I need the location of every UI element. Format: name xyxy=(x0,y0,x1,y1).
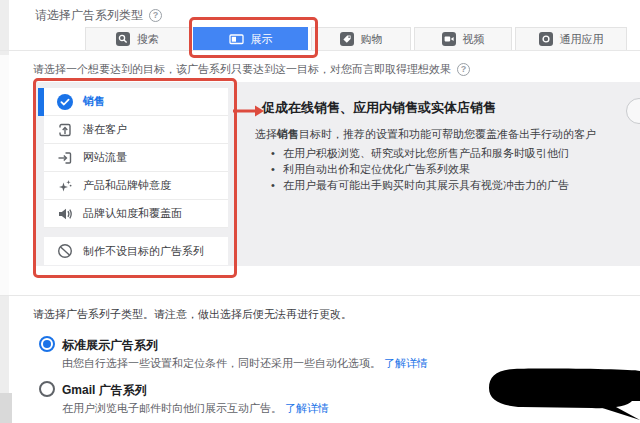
option-standard-display-label[interactable]: 标准展示广告系列 xyxy=(62,337,158,354)
awareness-icon xyxy=(57,206,73,222)
goal-detail-description: 选择销售目标时，推荐的设置和功能可帮助您覆盖准备出手行动的客户 xyxy=(255,127,615,142)
leads-icon xyxy=(57,122,73,138)
option-gmail-desc: 在用户浏览电子邮件时向他们展示互动广告。 了解详情 xyxy=(62,401,329,416)
goal-item-label: 销售 xyxy=(83,94,105,109)
goal-item-consideration[interactable]: 产品和品牌钟意度 xyxy=(44,172,228,200)
radio-unchecked-icon[interactable] xyxy=(39,381,55,397)
goal-item-awareness[interactable]: 品牌认知度和覆盖面 xyxy=(44,200,228,228)
section-divider xyxy=(0,295,640,296)
goal-item-sales[interactable]: 销售 xyxy=(44,88,228,116)
radio-checked-icon[interactable] xyxy=(39,336,55,352)
option-gmail-label[interactable]: Gmail 广告系列 xyxy=(62,382,147,399)
page-title-text: 请选择广告系列类型 xyxy=(35,7,143,24)
tab-label: 通用应用 xyxy=(560,32,604,47)
option-desc-text: 由您自行选择一些设置和定位条件，同时还采用一些自动化选项。 xyxy=(62,357,381,369)
tab-universal-app[interactable]: 通用应用 xyxy=(515,27,627,51)
tab-video[interactable]: 视频 xyxy=(414,27,512,51)
tab-label: 购物 xyxy=(361,32,383,47)
annotation-arrow xyxy=(233,104,265,118)
goal-item-label: 产品和品牌钟意度 xyxy=(83,178,171,193)
option-desc-text: 在用户浏览电子邮件时向他们展示互动广告。 xyxy=(62,402,282,414)
website-traffic-icon xyxy=(57,150,73,166)
detail-desc-bold: 销售 xyxy=(277,128,299,140)
page-left-edge-mid xyxy=(0,55,9,295)
campaign-type-tabs: 搜索 展示 购物 视频 通用应用 xyxy=(85,27,627,51)
page-title: 请选择广告系列类型 xyxy=(35,7,162,24)
goal-instruction: 请选择一个想要达到的目标，该广告系列只要达到这一目标，对您而言即取得理想效果 xyxy=(33,62,470,77)
tab-label: 展示 xyxy=(251,32,273,47)
tab-label: 视频 xyxy=(463,32,485,47)
subtype-instruction: 请选择广告系列子类型。请注意，做出选择后便无法再进行更改。 xyxy=(33,307,352,322)
goal-list-gap xyxy=(44,228,228,237)
goal-item-label: 制作不设目标的广告系列 xyxy=(83,244,204,259)
help-icon[interactable] xyxy=(149,9,162,22)
no-goal-icon xyxy=(57,243,73,259)
selected-indicator-bar xyxy=(38,88,44,116)
bullet-item: 利用自动出价和定位优化广告系列效果 xyxy=(283,162,613,177)
learn-more-link[interactable]: 了解详情 xyxy=(384,357,428,369)
goal-instruction-text: 请选择一个想要达到的目标，该广告系列只要达到这一目标，对您而言即取得理想效果 xyxy=(33,62,451,77)
check-circle-icon xyxy=(57,94,73,110)
redaction-scribble xyxy=(480,362,640,423)
bullet-item: 在用户最有可能出手购买时向其展示具有视觉冲击力的广告 xyxy=(283,178,613,193)
goal-detail-title: 促成在线销售、应用内销售或实体店销售 xyxy=(262,99,602,117)
detail-desc-suffix: 目标时，推荐的设置和功能可帮助您覆盖准备出手行动的客户 xyxy=(299,128,596,140)
consideration-icon xyxy=(57,178,73,194)
search-icon xyxy=(116,32,130,46)
detail-desc-prefix: 选择 xyxy=(255,128,277,140)
option-standard-display-desc: 由您自行选择一些设置和定位条件，同时还采用一些自动化选项。 了解详情 xyxy=(62,356,428,371)
goal-item-website-traffic[interactable]: 网站流量 xyxy=(44,144,228,172)
tab-display[interactable]: 展示 xyxy=(193,27,308,51)
goal-list: 销售 潜在客户 网站流量 产品和品牌钟意度 品牌认知度和覆盖面 xyxy=(44,88,228,265)
display-icon xyxy=(229,32,244,46)
goal-item-label: 网站流量 xyxy=(83,150,127,165)
tab-label: 搜索 xyxy=(137,32,159,47)
tab-search[interactable]: 搜索 xyxy=(85,27,190,51)
video-icon xyxy=(442,32,456,46)
bullet-item: 在用户积极浏览、研究或对比您所售产品和服务时吸引他们 xyxy=(283,146,613,161)
help-icon[interactable] xyxy=(457,63,470,76)
goal-item-label: 品牌认知度和覆盖面 xyxy=(83,206,182,221)
page-left-edge-bottom xyxy=(0,393,12,423)
tabs-divider xyxy=(0,50,640,51)
goal-item-leads[interactable]: 潜在客户 xyxy=(44,116,228,144)
shopping-icon xyxy=(340,32,354,46)
tab-shopping[interactable]: 购物 xyxy=(311,27,411,51)
radio-gmail[interactable] xyxy=(39,381,55,397)
goal-detail-bullets: 在用户积极浏览、研究或对比您所售产品和服务时吸引他们 利用自动出价和定位优化广告… xyxy=(283,146,613,194)
radio-standard-display[interactable] xyxy=(39,336,55,352)
goal-item-no-goal[interactable]: 制作不设目标的广告系列 xyxy=(44,237,228,265)
goal-item-label: 潜在客户 xyxy=(83,122,127,137)
universal-app-icon xyxy=(539,32,553,46)
learn-more-link[interactable]: 了解详情 xyxy=(285,402,329,414)
